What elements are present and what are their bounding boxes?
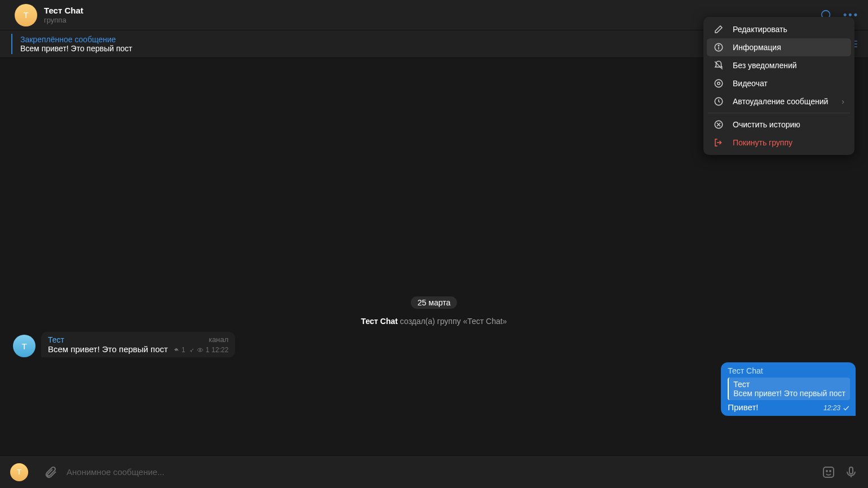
- message-bubble-out: Тест Chat Тест Всем привет! Это первый п…: [721, 362, 856, 416]
- clear-icon: [714, 119, 724, 130]
- svg-point-17: [715, 79, 723, 87]
- out-sender: Тест Chat: [728, 366, 850, 375]
- leave-icon: [714, 137, 724, 148]
- mic-icon[interactable]: [844, 465, 858, 479]
- system-message: Тест Chat создал(а) группу «Тест Chat»: [361, 317, 507, 326]
- chat-subtitle: группа: [44, 16, 83, 25]
- reply-sender: Тест: [733, 380, 845, 389]
- menu-mute[interactable]: Без уведомлений: [707, 56, 851, 74]
- reply-block[interactable]: Тест Всем привет! Это первый пост: [728, 378, 850, 400]
- svg-rect-9: [823, 467, 834, 477]
- menu-autodelete[interactable]: Автоудаление сообщений ›: [707, 92, 851, 110]
- info-icon: [714, 42, 724, 52]
- share-icon: [172, 347, 179, 353]
- chat-title-block[interactable]: Тест Chat группа: [44, 6, 83, 25]
- check-icon: [842, 404, 850, 412]
- clock-icon: [714, 96, 724, 107]
- message-bubble-in: Тест канал Всем привет! Это первый пост …: [41, 332, 235, 357]
- menu-separator: [708, 113, 850, 113]
- menu-edit[interactable]: Редактировать: [707, 20, 851, 38]
- pinned-indicator: [11, 34, 12, 54]
- menu-clear[interactable]: Очистить историю: [707, 116, 851, 134]
- via-label: канал: [209, 335, 228, 344]
- svg-point-18: [718, 82, 720, 85]
- svg-point-10: [826, 471, 827, 472]
- sender-avatar[interactable]: Т: [13, 335, 36, 357]
- input-bar: Т: [0, 455, 868, 488]
- out-message-text: Привет!: [728, 402, 758, 412]
- date-divider: 25 марта: [411, 296, 457, 309]
- out-message-meta: 12:23: [823, 404, 850, 412]
- chevron-right-icon: ›: [842, 97, 844, 106]
- chat-avatar[interactable]: Т: [15, 4, 37, 26]
- svg-rect-12: [849, 467, 853, 474]
- eye-icon: [197, 347, 203, 353]
- svg-point-8: [199, 349, 201, 351]
- mute-icon: [714, 60, 724, 70]
- input-avatar[interactable]: Т: [10, 463, 28, 481]
- video-icon: [714, 78, 724, 88]
- pinned-title: Закреплённое сообщение: [20, 35, 132, 44]
- menu-info[interactable]: Информация: [707, 38, 851, 56]
- message-input[interactable]: [67, 467, 813, 477]
- message-text: Всем привет! Это первый пост: [48, 344, 168, 354]
- message-meta: 1 1 12:22: [172, 346, 228, 354]
- attach-icon[interactable]: [44, 465, 57, 479]
- reply-body: Всем привет! Это первый пост: [733, 389, 845, 398]
- menu-leave[interactable]: Покинуть группу: [707, 134, 851, 152]
- message-in[interactable]: Т Тест канал Всем привет! Это первый пос…: [13, 332, 235, 357]
- context-menu: Редактировать Информация Без уведомлений…: [703, 17, 854, 155]
- message-time: 12:22: [211, 346, 228, 354]
- pinned-text: Всем привет! Это первый пост: [20, 44, 132, 53]
- edit-icon: [714, 24, 724, 34]
- menu-video[interactable]: Видеочат: [707, 74, 851, 92]
- pin-icon: [188, 347, 194, 353]
- out-message-time: 12:23: [823, 404, 840, 412]
- svg-point-11: [830, 471, 831, 472]
- svg-point-15: [718, 45, 719, 46]
- sender-name[interactable]: Тест: [48, 335, 64, 344]
- message-out[interactable]: Тест Chat Тест Всем привет! Это первый п…: [721, 362, 856, 416]
- sticker-icon[interactable]: [822, 465, 835, 479]
- chat-title: Тест Chat: [44, 6, 83, 16]
